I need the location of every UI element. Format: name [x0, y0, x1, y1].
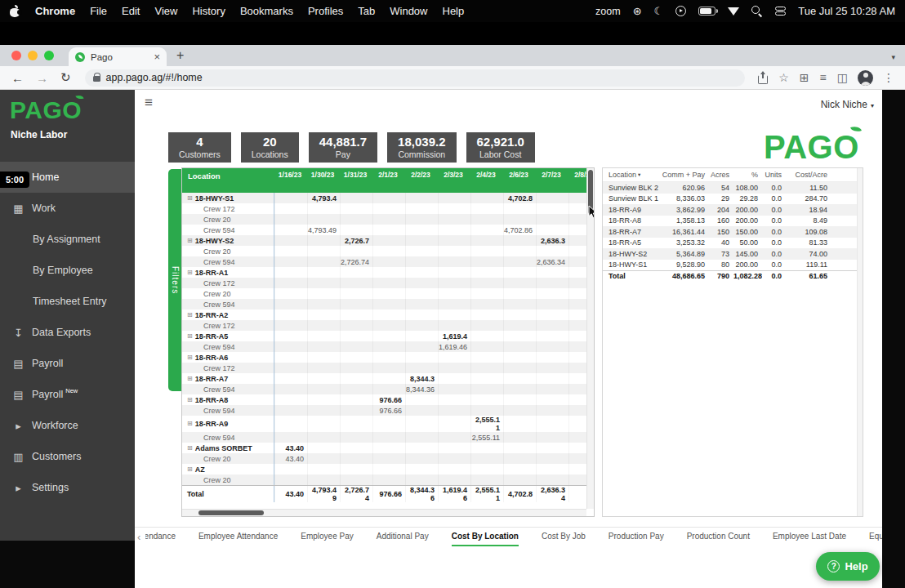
pivot-row-crew-20: Crew 20 — [182, 214, 594, 225]
browser-tab-pago[interactable]: Pago × — [69, 47, 167, 66]
sidebar-item-work[interactable]: ▦Work — [0, 193, 135, 224]
menubar-item-bookmarks[interactable]: Bookmarks — [240, 5, 293, 17]
pivot-value-cell: 976.66 — [372, 394, 405, 405]
menubar-item-help[interactable]: Help — [443, 5, 465, 17]
zoom-menu-item[interactable]: zoom — [595, 6, 621, 17]
pivot-value-cell — [438, 363, 470, 373]
window-close-button[interactable] — [11, 51, 21, 60]
tab-close-icon[interactable]: × — [154, 52, 160, 62]
pivot-row-18-rr-a9[interactable]: ⊞18-RR-A92,555.1 1 — [182, 416, 594, 432]
report-tab-production-pay[interactable]: Production Pay — [609, 528, 664, 547]
pivot-horizontal-scrollbar[interactable] — [182, 509, 586, 516]
menubar-item-tab[interactable]: Tab — [358, 5, 375, 17]
extensions-puzzle-icon[interactable]: ⊞ — [797, 71, 812, 84]
report-tab-cost-by-job[interactable]: Cost By Job — [542, 528, 586, 547]
report-tab-cost-by-location[interactable]: Cost By Location — [452, 528, 519, 547]
forward-button[interactable]: → — [33, 71, 51, 85]
summary-scrollbar[interactable] — [857, 168, 863, 516]
menubar-item-view[interactable]: View — [154, 5, 177, 17]
share-icon[interactable] — [758, 75, 768, 84]
system-asterisk-icon[interactable]: ⊛ — [633, 6, 642, 16]
sidebar-item-payroll-new[interactable]: ▤PayrollNew — [0, 379, 135, 410]
wifi-icon[interactable] — [728, 7, 739, 16]
window-minimize-button[interactable] — [28, 51, 38, 60]
sidebar-item-settings[interactable]: ▸Settings — [0, 472, 135, 503]
sidebar-item-workforce[interactable]: ▸Workforce — [0, 410, 135, 441]
pivot-row-18-rr-a6[interactable]: ⊞18-RR-A6 — [182, 352, 594, 363]
window-zoom-button[interactable] — [44, 51, 54, 60]
kebab-menu-icon[interactable]: ⋮ — [880, 71, 897, 84]
expand-icon[interactable]: ⊞ — [187, 333, 193, 340]
report-tab-employee-attendance[interactable]: Employee Attendance — [198, 528, 278, 547]
hamburger-menu-icon[interactable]: ≡ — [145, 95, 153, 111]
menubar-clock[interactable]: Tue Jul 25 10:28 AM — [798, 5, 895, 17]
battery-icon[interactable] — [698, 7, 716, 16]
pivot-row-18-hwy-s2[interactable]: ⊞18-HWY-S22,726.72,636.3 — [182, 235, 594, 246]
sidebar-item-timesheet-entry[interactable]: Timesheet Entry — [0, 286, 135, 317]
summary-col-location[interactable]: Location▾ — [603, 171, 662, 179]
expand-icon[interactable]: ⊞ — [187, 312, 193, 318]
tabs-scroll-left-icon[interactable]: ‹ — [135, 531, 145, 543]
menubar-item-chrome[interactable]: Chrome — [35, 5, 75, 17]
menubar-item-file[interactable]: File — [90, 5, 107, 17]
pivot-row-az[interactable]: ⊞AZ — [182, 464, 594, 474]
horizontal-scroll-thumb[interactable] — [198, 510, 264, 515]
sidebar-item-by-assignment[interactable]: By Assignment — [0, 224, 135, 255]
pivot-value-cell — [307, 235, 340, 246]
expand-icon[interactable]: ⊞ — [187, 270, 193, 276]
help-button[interactable]: ? Help — [816, 552, 880, 581]
pivot-value-cell — [274, 352, 307, 363]
pivot-vertical-scrollbar[interactable] — [586, 168, 594, 509]
new-tab-button[interactable]: + — [176, 48, 184, 63]
pivot-row-label-cell: ⊞18-RR-A9 — [182, 416, 274, 432]
pivot-value-cell — [405, 416, 438, 432]
sidebar-item-payroll[interactable]: ▤Payroll — [0, 348, 135, 379]
expand-icon[interactable]: ⊞ — [187, 421, 193, 427]
report-tab-attendance[interactable]: Attendance — [145, 528, 176, 547]
pivot-value-cell — [438, 267, 470, 278]
screen-record-icon[interactable] — [675, 6, 686, 16]
report-tab-employee-last-date[interactable]: Employee Last Date — [773, 528, 846, 547]
control-center-icon[interactable] — [775, 7, 786, 16]
menubar-item-edit[interactable]: Edit — [122, 5, 140, 17]
side-panel-icon[interactable]: ◫ — [835, 71, 850, 84]
pivot-row-18-rr-a7[interactable]: ⊞18-RR-A78,344.3 — [182, 373, 594, 384]
reading-list-icon[interactable]: ≡ — [818, 71, 829, 84]
bookmark-star-icon[interactable]: ☆ — [776, 71, 791, 84]
pivot-row-adams-sorbet[interactable]: ⊞Adams SORBET43.40 — [182, 443, 594, 453]
spotlight-search-icon[interactable] — [751, 6, 763, 17]
profile-avatar[interactable] — [858, 70, 873, 86]
filters-tab[interactable]: Filters — [168, 169, 181, 391]
pivot-row-18-rr-a2[interactable]: ⊞18-RR-A2 — [182, 310, 594, 320]
expand-icon[interactable]: ⊞ — [187, 376, 193, 382]
expand-icon[interactable]: ⊞ — [187, 195, 193, 202]
focus-moon-icon[interactable]: ☾ — [654, 6, 664, 16]
pivot-row-18-rr-a5[interactable]: ⊞18-RR-A51,619.4 — [182, 331, 594, 341]
pivot-row-18-rr-a8[interactable]: ⊞18-RR-A8976.6638 — [182, 394, 594, 405]
sidebar-item-data-exports[interactable]: ↧Data Exports — [0, 317, 135, 348]
sidebar-item-by-employee[interactable]: By Employee — [0, 255, 135, 286]
report-tab-production-count[interactable]: Production Count — [687, 528, 750, 547]
back-button[interactable]: ← — [8, 71, 27, 85]
apple-menu-icon[interactable] — [10, 6, 20, 17]
report-tab-employee-pay[interactable]: Employee Pay — [301, 528, 353, 547]
report-tab-equipment[interactable]: Equipment — [869, 528, 882, 547]
pivot-value-cell — [470, 474, 503, 485]
reload-button[interactable]: ↻ — [57, 70, 74, 85]
report-tab-additional-pay[interactable]: Additional Pay — [377, 528, 429, 547]
menubar-item-history[interactable]: History — [192, 5, 225, 17]
expand-icon[interactable]: ⊞ — [187, 445, 193, 452]
pivot-value-cell — [274, 331, 307, 341]
expand-icon[interactable]: ⊞ — [187, 354, 193, 361]
pivot-row-18-rr-a1[interactable]: ⊞18-RR-A1 — [182, 267, 594, 278]
address-bar[interactable]: app.pago.ag/#!/home — [85, 69, 746, 87]
sidebar-item-customers[interactable]: ▥Customers — [0, 441, 135, 472]
user-menu[interactable]: Nick Niche▾ — [821, 99, 874, 110]
expand-icon[interactable]: ⊞ — [187, 397, 193, 403]
menubar-item-window[interactable]: Window — [390, 5, 427, 17]
pivot-row-18-hwy-s1[interactable]: ⊞18-HWY-S14,793.44,702.8 — [182, 193, 594, 203]
expand-icon[interactable]: ⊞ — [187, 466, 193, 473]
menubar-item-profiles[interactable]: Profiles — [308, 5, 343, 17]
expand-icon[interactable]: ⊞ — [187, 238, 193, 244]
tab-search-chevron-icon[interactable]: ▾ — [891, 53, 895, 61]
